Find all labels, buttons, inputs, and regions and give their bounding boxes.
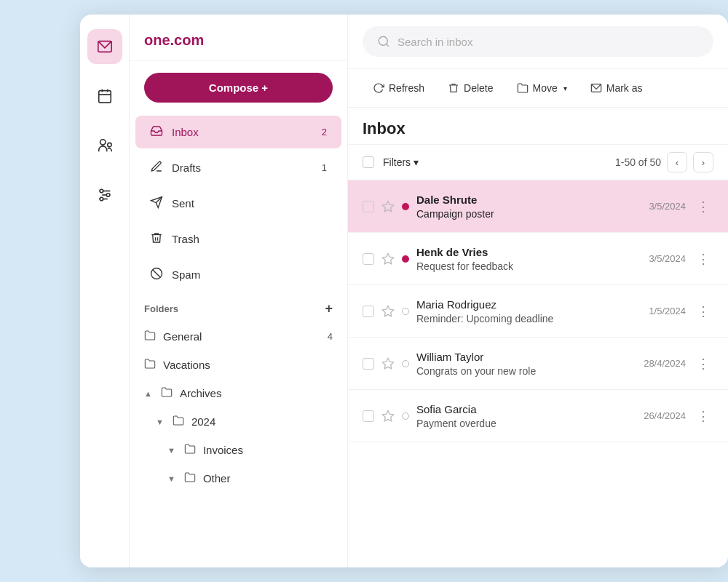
trash-icon <box>150 231 163 247</box>
sidebar-icon-settings[interactable] <box>87 178 122 212</box>
nav-item-inbox[interactable]: Inbox 2 <box>135 116 341 148</box>
sidebar-icon-mail[interactable] <box>87 29 122 64</box>
svg-marker-23 <box>383 358 394 368</box>
table-row[interactable]: Sofia Garcia Payment overdue 26/4/2024 ⋮ <box>348 390 728 442</box>
prev-page-button[interactable]: ‹ <box>667 152 687 172</box>
move-icon <box>517 82 529 94</box>
unread-dot <box>402 412 409 420</box>
email-checkbox[interactable] <box>363 358 374 370</box>
next-page-button[interactable]: › <box>693 152 713 172</box>
svg-point-5 <box>100 140 105 145</box>
folder-other[interactable]: ▼ Other <box>130 464 347 493</box>
folder-icon <box>161 386 173 400</box>
email-more-button[interactable]: ⋮ <box>693 196 713 217</box>
collapse-2024-icon[interactable]: ▼ <box>156 418 164 426</box>
spam-icon <box>150 267 163 282</box>
folder-2024-label: 2024 <box>191 415 215 428</box>
nav-sidebar: one.com Compose + Inbox 2 Drafts 1 Sent <box>130 15 348 567</box>
email-checkbox[interactable] <box>363 410 374 422</box>
nav-label-spam: Spam <box>172 268 200 281</box>
drafts-icon <box>150 160 163 175</box>
email-subject: Campaign poster <box>416 208 636 220</box>
folder-2024[interactable]: ▼ 2024 <box>130 407 347 436</box>
brand-name: one.com <box>144 32 204 48</box>
email-list: Dale Shrute Campaign poster 3/5/2024 ⋮ H… <box>348 180 728 567</box>
filters-chevron-icon: ▾ <box>414 156 419 168</box>
nav-item-sent[interactable]: Sent <box>135 187 341 220</box>
star-icon[interactable] <box>381 357 395 370</box>
folder-archives-label: Archives <box>180 387 222 399</box>
email-checkbox[interactable] <box>363 306 374 317</box>
folder-invoices[interactable]: ▼ Invoices <box>130 436 347 464</box>
nav-label-drafts: Drafts <box>172 162 201 174</box>
table-row[interactable]: Henk de Vries Request for feedback 3/5/2… <box>348 233 728 285</box>
mark-icon <box>590 82 602 94</box>
folder-icon <box>173 415 184 428</box>
email-more-button[interactable]: ⋮ <box>693 406 713 426</box>
star-icon[interactable] <box>381 252 395 266</box>
folder-general[interactable]: General 4 <box>130 322 347 351</box>
star-icon[interactable] <box>381 410 395 423</box>
toolbar: Refresh Delete Move ▾ Mark as <box>348 69 728 108</box>
filters-label: Filters <box>383 156 411 168</box>
email-date: 28/4/2024 <box>638 358 686 369</box>
folders-header: Folders + <box>130 292 347 322</box>
refresh-icon <box>373 82 384 94</box>
folders-label: Folders <box>144 303 178 314</box>
email-date: 1/5/2024 <box>643 306 686 316</box>
mark-as-button[interactable]: Mark as <box>580 76 653 100</box>
filters-button[interactable]: Filters ▾ <box>383 156 419 168</box>
email-sender: Henk de Vries <box>416 246 636 258</box>
svg-point-12 <box>100 197 103 201</box>
email-date: 3/5/2024 <box>643 253 686 264</box>
svg-marker-21 <box>383 253 394 263</box>
table-row[interactable]: William Taylor Congrats on your new role… <box>348 338 728 390</box>
email-subject: Congrats on your new role <box>416 365 630 377</box>
svg-point-11 <box>106 194 110 197</box>
table-row[interactable]: Dale Shrute Campaign poster 3/5/2024 ⋮ <box>348 180 728 233</box>
folder-icon <box>184 471 196 485</box>
svg-rect-1 <box>98 91 111 103</box>
svg-marker-22 <box>383 306 394 316</box>
email-checkbox[interactable] <box>363 201 374 212</box>
svg-line-18 <box>386 44 388 46</box>
search-bar[interactable]: Search in inbox <box>363 26 713 57</box>
nav-item-spam[interactable]: Spam <box>135 258 341 291</box>
sidebar-icon-calendar[interactable] <box>87 79 122 113</box>
collapse-other-icon[interactable]: ▼ <box>167 474 175 483</box>
folder-icon <box>184 443 196 457</box>
svg-point-10 <box>100 189 103 193</box>
pagination: 1-50 of 50 ‹ › <box>615 152 713 172</box>
folder-invoices-label: Invoices <box>203 444 243 456</box>
email-more-button[interactable]: ⋮ <box>693 301 713 322</box>
star-icon[interactable] <box>381 200 395 213</box>
move-button[interactable]: Move ▾ <box>507 76 577 100</box>
nav-item-trash[interactable]: Trash <box>135 223 341 255</box>
svg-point-6 <box>107 143 111 147</box>
email-subject: Payment overdue <box>416 418 630 429</box>
collapse-invoices-icon[interactable]: ▼ <box>167 446 175 455</box>
star-icon[interactable] <box>381 305 395 318</box>
delete-button[interactable]: Delete <box>438 76 503 100</box>
nav-item-drafts[interactable]: Drafts 1 <box>135 151 341 184</box>
filter-row: Filters ▾ 1-50 of 50 ‹ › <box>348 145 728 180</box>
svg-line-16 <box>153 270 161 278</box>
folder-archives[interactable]: ▲ Archives <box>130 379 347 407</box>
add-folder-button[interactable]: + <box>325 301 333 316</box>
folder-icon <box>144 330 156 343</box>
sidebar-icon-contacts[interactable] <box>87 128 122 163</box>
compose-button[interactable]: Compose + <box>144 73 333 103</box>
refresh-button[interactable]: Refresh <box>363 76 435 100</box>
table-row[interactable]: Maria Rodriguez Reminder: Upcoming deadl… <box>348 285 728 338</box>
select-all-checkbox[interactable] <box>363 156 374 168</box>
collapse-archives-icon[interactable]: ▲ <box>144 389 152 398</box>
search-icon <box>377 35 390 48</box>
folder-vacations[interactable]: Vacations <box>130 351 347 379</box>
icon-sidebar <box>80 15 130 567</box>
unread-dot <box>402 308 409 315</box>
sent-icon <box>150 196 163 211</box>
email-checkbox[interactable] <box>363 253 374 265</box>
folder-icon <box>144 358 156 372</box>
email-more-button[interactable]: ⋮ <box>693 249 713 269</box>
email-more-button[interactable]: ⋮ <box>693 354 713 374</box>
